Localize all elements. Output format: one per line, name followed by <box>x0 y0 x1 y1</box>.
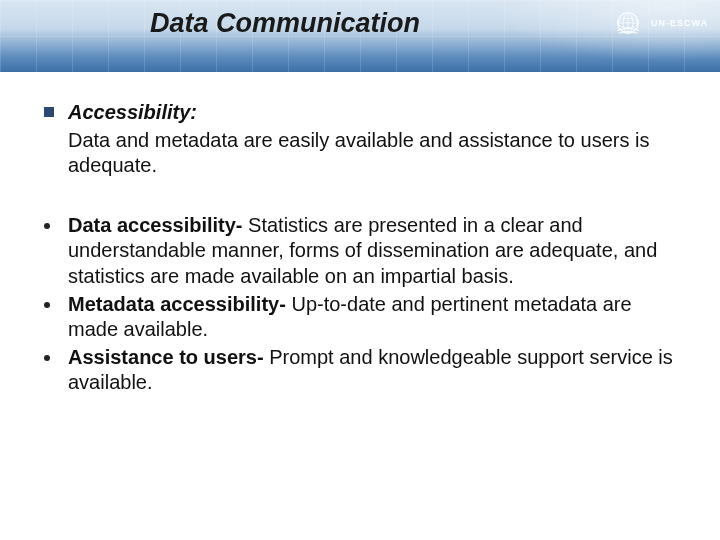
list-item: Data accessibility- Statistics are prese… <box>44 213 676 290</box>
square-bullet-icon <box>44 107 54 117</box>
point-text: Metadata accessibility- Up-to-date and p… <box>68 292 676 343</box>
dot-bullet-icon <box>44 223 50 229</box>
point-term: Metadata accessibility- <box>68 293 291 315</box>
org-acronym: UN-ESCWA <box>651 18 708 28</box>
slide-body: Accessibility: Data and metadata are eas… <box>0 72 720 396</box>
dot-bullet-icon <box>44 302 50 308</box>
point-term: Assistance to users- <box>68 346 269 368</box>
slide-title: Data Communication <box>150 8 420 39</box>
dot-bullet-icon <box>44 355 50 361</box>
intro-heading: Accessibility: <box>68 100 676 126</box>
point-term: Data accessibility- <box>68 214 248 236</box>
point-text: Data accessibility- Statistics are prese… <box>68 213 676 290</box>
org-logo: UN-ESCWA <box>611 6 708 40</box>
points-list: Data accessibility- Statistics are prese… <box>44 213 676 396</box>
list-item: Assistance to users- Prompt and knowledg… <box>44 345 676 396</box>
un-emblem-icon <box>611 6 645 40</box>
slide-header: Data Communication UN-ESCWA <box>0 0 720 72</box>
slide: Data Communication UN-ESCWA Accessibili <box>0 0 720 540</box>
intro-text: Data and metadata are easily available a… <box>68 128 676 179</box>
intro-heading-row: Accessibility: <box>44 100 676 126</box>
list-item: Metadata accessibility- Up-to-date and p… <box>44 292 676 343</box>
intro-block: Accessibility: Data and metadata are eas… <box>44 100 676 179</box>
intro-text-row: Data and metadata are easily available a… <box>44 128 676 179</box>
point-text: Assistance to users- Prompt and knowledg… <box>68 345 676 396</box>
